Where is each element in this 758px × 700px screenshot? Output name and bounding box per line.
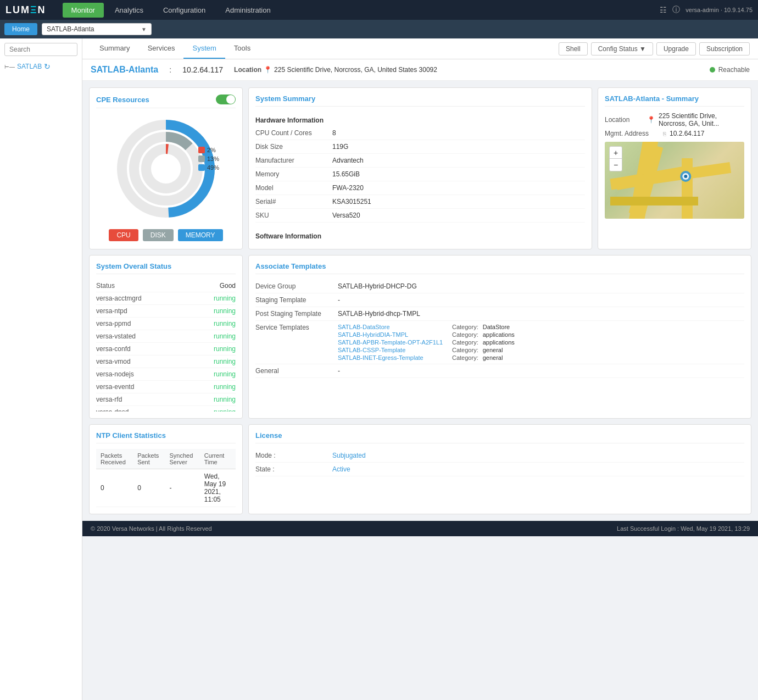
location-icon: 📍 bbox=[647, 116, 655, 124]
device-selector[interactable]: SATLAB-Atlanta ▼ bbox=[42, 23, 152, 35]
satlab-summary-title: SATLAB-Atlanta - Summary bbox=[605, 95, 744, 107]
row-3: NTP Client Statistics Packets Received P… bbox=[89, 424, 751, 514]
home-bar: Home SATLAB-Atlanta ▼ bbox=[0, 20, 758, 38]
svg-point-12 bbox=[684, 175, 687, 178]
status-row-5: versa-confd running bbox=[96, 343, 236, 355]
copyright: © 2020 Versa Networks | All Rights Reser… bbox=[91, 525, 212, 532]
tab-tools[interactable]: Tools bbox=[225, 38, 259, 59]
cpe-resources-panel: CPE Resources bbox=[89, 87, 243, 249]
tab-services[interactable]: Services bbox=[139, 38, 184, 59]
service-templates-row: Service Templates SATLAB-DataStore Categ… bbox=[255, 321, 744, 364]
separator: : bbox=[169, 65, 171, 74]
user-info: versa-admin · 10.9.14.75 bbox=[685, 7, 753, 13]
status-row-10: versa-dnsd running bbox=[96, 406, 236, 412]
status-row-8: versa-eventd running bbox=[96, 381, 236, 393]
resource-buttons: CPU DISK MEMORY bbox=[96, 229, 236, 241]
ntp-panel: NTP Client Statistics Packets Received P… bbox=[89, 424, 243, 514]
search-input[interactable] bbox=[4, 43, 77, 56]
hardware-header: Hardware Information bbox=[255, 112, 585, 126]
zoom-out-button[interactable]: − bbox=[610, 159, 622, 171]
system-status-title: System Overall Status bbox=[96, 262, 236, 274]
nav-configuration[interactable]: Configuration bbox=[154, 3, 214, 18]
info-row: SKU Versa520 bbox=[255, 209, 585, 223]
license-state-row: State : Active bbox=[255, 463, 744, 476]
zoom-in-button[interactable]: + bbox=[610, 147, 622, 159]
license-mode-value: Subjugated bbox=[332, 452, 366, 459]
status-row-4: versa-vstated running bbox=[96, 330, 236, 343]
main-layout: ⊢— SATLAB ↻ Summary Services System Tool… bbox=[0, 38, 758, 700]
cpu-button[interactable]: CPU bbox=[109, 229, 138, 241]
info-row: Manufacturer Advantech bbox=[255, 154, 585, 168]
template-row-general: General - bbox=[255, 364, 744, 378]
ntp-col-sent: Packets Sent bbox=[133, 449, 165, 469]
satlab-mgmt-row: Mgmt. Address ⎘ 10.2.64.117 bbox=[605, 130, 744, 137]
license-panel: License Mode : Subjugated State : Active bbox=[248, 424, 751, 514]
document-icon[interactable]: ☷ bbox=[660, 5, 667, 14]
ntp-table: Packets Received Packets Sent Synched Se… bbox=[96, 449, 236, 507]
tabs: Summary Services System Tools bbox=[91, 38, 259, 59]
reachable-indicator bbox=[710, 67, 715, 73]
home-button[interactable]: Home bbox=[4, 23, 37, 35]
ntp-col-server: Synched Server bbox=[165, 449, 199, 469]
map-container[interactable]: + − bbox=[605, 142, 744, 219]
tree-item-satlab[interactable]: ⊢— SATLAB ↻ bbox=[4, 60, 77, 73]
location-label: Location bbox=[234, 66, 261, 74]
main-nav: Monitor Analytics Configuration Administ… bbox=[63, 3, 280, 18]
cpu-percent: 2% bbox=[207, 147, 216, 153]
device-ip: 10.2.64.117 bbox=[182, 65, 223, 74]
device-title: SATLAB-Atlanta bbox=[91, 65, 158, 75]
ntp-time: Wed, May 19 2021, 11:05 bbox=[200, 469, 236, 507]
device-name: SATLAB-Atlanta bbox=[47, 25, 94, 33]
ntp-sent: 0 bbox=[133, 469, 165, 507]
info-row: Memory 15.65GiB bbox=[255, 168, 585, 181]
ntp-server: - bbox=[165, 469, 199, 507]
system-status-panel: System Overall Status Status Good versa-… bbox=[89, 255, 243, 419]
tab-system[interactable]: System bbox=[183, 38, 225, 59]
cpe-toggle[interactable] bbox=[216, 95, 236, 104]
status-list: Status Good versa-acctmgrd running versa… bbox=[96, 280, 236, 412]
service-templates-grid: SATLAB-DataStore Category: DataStore SAT… bbox=[338, 324, 510, 361]
templates-panel: Associate Templates Device Group SATLAB-… bbox=[248, 255, 751, 419]
info-icon[interactable]: ⓘ bbox=[672, 5, 680, 15]
config-status-button[interactable]: Config Status ▼ bbox=[591, 42, 653, 55]
footer: © 2020 Versa Networks | All Rights Reser… bbox=[82, 521, 758, 536]
ntp-title: NTP Client Statistics bbox=[96, 431, 236, 443]
license-state-value: Active bbox=[332, 465, 350, 473]
service-template-3: SATLAB-CSSP-Template Category: general bbox=[338, 347, 510, 353]
upgrade-button[interactable]: Upgrade bbox=[656, 42, 696, 55]
disk-button[interactable]: DISK bbox=[143, 229, 174, 241]
tree-back-icon[interactable]: ↻ bbox=[44, 62, 51, 71]
info-row: Disk Size 119G bbox=[255, 140, 585, 154]
shell-button[interactable]: Shell bbox=[559, 42, 588, 55]
svg-point-4 bbox=[146, 149, 186, 188]
nav-administration[interactable]: Administration bbox=[216, 3, 279, 18]
satlab-location-value: 225 Scientific Drive, Norcross, GA, Unit… bbox=[659, 112, 744, 127]
satlab-mgmt-value: 10.2.64.117 bbox=[670, 130, 704, 137]
toggle-knob bbox=[226, 95, 235, 104]
subscription-button[interactable]: Subscription bbox=[699, 42, 750, 55]
satlab-summary-panel: SATLAB-Atlanta - Summary Location 📍 225 … bbox=[598, 87, 751, 249]
reachable-label: Reachable bbox=[718, 66, 750, 74]
tab-summary[interactable]: Summary bbox=[91, 38, 139, 59]
license-title: License bbox=[255, 431, 744, 443]
nav-monitor[interactable]: Monitor bbox=[63, 3, 104, 18]
service-template-4: SATLAB-INET-Egress-Template Category: ge… bbox=[338, 354, 510, 361]
location-info: Location 📍 225 Scientific Drive, Norcros… bbox=[234, 66, 699, 74]
info-row: Model FWA-2320 bbox=[255, 181, 585, 195]
row-2: System Overall Status Status Good versa-… bbox=[89, 255, 751, 419]
map-svg bbox=[605, 142, 744, 219]
template-row-2: Post Staging Template SATLAB-Hybrid-dhcp… bbox=[255, 307, 744, 321]
nav-analytics[interactable]: Analytics bbox=[106, 3, 152, 18]
software-header: Software Information bbox=[255, 228, 585, 242]
chevron-down-icon: ▼ bbox=[141, 26, 147, 32]
license-mode-row: Mode : Subjugated bbox=[255, 449, 744, 463]
ntp-received: 0 bbox=[96, 469, 133, 507]
copy-icon[interactable]: ⎘ bbox=[663, 131, 666, 137]
status-row-3: versa-ppmd running bbox=[96, 318, 236, 330]
system-summary-title: System Summary bbox=[255, 95, 585, 107]
system-summary-panel: System Summary Hardware Information CPU … bbox=[248, 87, 592, 249]
memory-button[interactable]: MEMORY bbox=[178, 229, 223, 241]
logo: LUMΞN bbox=[5, 4, 46, 16]
templates-title: Associate Templates bbox=[255, 262, 744, 274]
panels: CPE Resources bbox=[82, 81, 758, 521]
